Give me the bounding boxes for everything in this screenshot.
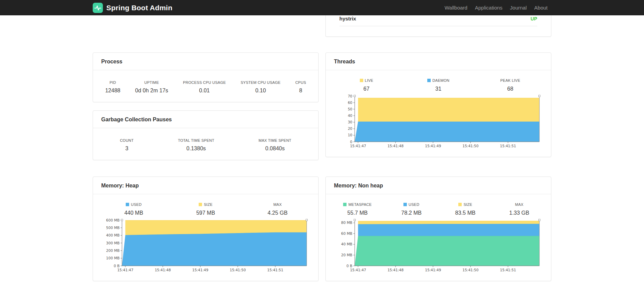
legend-item-max: MAX 4.25 GB [242, 202, 313, 216]
legend-value: 440 MB [98, 210, 170, 216]
bottom-row: Memory: Heap USED 440 MB SIZE 597 MB MAX… [93, 177, 551, 281]
svg-text:70: 70 [348, 94, 352, 98]
memory-non-heap-card: Memory: Non heap METASPACE 55.7 MB USED … [325, 177, 551, 281]
metric-label: PROCESS CPU USAGE [183, 80, 226, 85]
legend-label: MAX [273, 202, 282, 207]
process-metrics: PID 12488 UPTIME 0d 0h 2m 17s PROCESS CP… [93, 70, 318, 102]
nav-item-about[interactable]: About [531, 5, 551, 11]
svg-text:0 B: 0 B [346, 264, 352, 268]
legend-value: 83.5 MB [439, 210, 492, 216]
svg-text:15:41:51: 15:41:51 [500, 144, 516, 148]
right-column: hystrix UP Threads LIVE 67 DAEMON 31 [325, 15, 551, 160]
legend-value: 597 MB [170, 210, 242, 216]
nav-item-wallboard[interactable]: Wallboard [441, 5, 471, 11]
memory-non-heap-chart: 0 B20 MB40 MB60 MB80 MB15:41:4715:41:481… [326, 218, 551, 274]
metric-label: COUNT [120, 138, 134, 142]
nav-item-applications[interactable]: Applications [471, 5, 506, 11]
memory-heap-card-title: Memory: Heap [93, 177, 318, 194]
legend-label: LIVE [365, 78, 373, 82]
legend-label: MAX [515, 202, 524, 207]
svg-text:50: 50 [348, 107, 352, 111]
svg-text:15:41:49: 15:41:49 [192, 268, 208, 272]
svg-text:500 MB: 500 MB [106, 226, 120, 230]
process-card: Process PID 12488 UPTIME 0d 0h 2m 17s PR… [93, 52, 319, 102]
legend-label: METASPACE [348, 202, 371, 207]
svg-text:15:41:50: 15:41:50 [462, 144, 478, 148]
metric-gc-max-time: MAX TIME SPENT 0.0840s [259, 138, 291, 152]
top-row: Process PID 12488 UPTIME 0d 0h 2m 17s PR… [93, 15, 551, 160]
legend-item-size: SIZE 83.5 MB [439, 202, 492, 216]
brand-title: Spring Boot Admin [106, 4, 172, 12]
application-name[interactable]: hystrix [339, 16, 356, 21]
metric-value: 0.01 [183, 88, 226, 94]
legend-item-used: USED 78.2 MB [384, 202, 438, 216]
metric-label: PID [105, 80, 121, 85]
svg-text:400 MB: 400 MB [106, 233, 120, 237]
brand-logo-icon [93, 3, 103, 13]
legend-item-daemon: DAEMON 31 [402, 78, 474, 92]
svg-text:40 MB: 40 MB [341, 242, 352, 246]
legend-item-peak-live: PEAK LIVE 68 [474, 78, 546, 92]
svg-text:15:41:48: 15:41:48 [387, 268, 403, 272]
size-swatch-icon [199, 203, 202, 206]
svg-text:15:41:51: 15:41:51 [500, 268, 516, 272]
live-swatch-icon [360, 79, 363, 82]
metric-value: 8 [295, 88, 306, 94]
svg-text:20 MB: 20 MB [341, 253, 352, 257]
legend-value: 31 [402, 86, 474, 92]
legend-value: 4.25 GB [242, 210, 313, 216]
threads-card: Threads LIVE 67 DAEMON 31 PEAK LIVE 68 [325, 52, 551, 157]
metric-value: 0.10 [241, 88, 280, 94]
metaspace-swatch-icon [343, 203, 347, 206]
metric-label: SYSTEM CPU USAGE [241, 80, 280, 85]
navbar-inner: Spring Boot Admin Wallboard Applications… [93, 0, 551, 15]
svg-text:200 MB: 200 MB [106, 248, 120, 253]
process-card-title: Process [93, 53, 318, 70]
svg-text:15:41:48: 15:41:48 [155, 268, 171, 272]
legend-label: SIZE [204, 202, 212, 207]
main-content: Process PID 12488 UPTIME 0d 0h 2m 17s PR… [93, 15, 551, 281]
legend-value: 55.7 MB [331, 210, 384, 216]
used-swatch-icon [126, 203, 129, 206]
metric-gc-total-time: TOTAL TIME SPENT 0.1380s [178, 138, 214, 152]
svg-text:15:41:47: 15:41:47 [350, 144, 366, 148]
legend-item-used: USED 440 MB [98, 202, 170, 216]
legend-value: 78.2 MB [384, 210, 438, 216]
svg-text:40: 40 [348, 113, 352, 118]
legend-value: 67 [331, 86, 402, 92]
svg-text:15:41:47: 15:41:47 [350, 268, 366, 272]
legend-value: 68 [474, 86, 546, 92]
svg-text:60 MB: 60 MB [341, 231, 352, 235]
svg-text:15:41:50: 15:41:50 [462, 268, 478, 272]
metric-uptime: UPTIME 0d 0h 2m 17s [135, 80, 168, 94]
metric-label: TOTAL TIME SPENT [178, 138, 214, 142]
legend-label: SIZE [463, 202, 472, 207]
nav-item-journal[interactable]: Journal [506, 5, 531, 11]
memory-non-heap-legend: METASPACE 55.7 MB USED 78.2 MB SIZE 83.5… [326, 194, 551, 216]
memory-non-heap-card-title: Memory: Non heap [326, 177, 551, 194]
svg-text:0: 0 [350, 140, 352, 144]
left-column: Process PID 12488 UPTIME 0d 0h 2m 17s PR… [93, 52, 319, 160]
application-row[interactable]: hystrix UP [339, 16, 537, 26]
memory-heap-legend: USED 440 MB SIZE 597 MB MAX 4.25 GB [93, 194, 318, 216]
threads-chart: 01020304050607015:41:4715:41:4815:41:491… [326, 94, 551, 150]
legend-label: USED [409, 202, 419, 207]
svg-text:15:41:51: 15:41:51 [267, 268, 283, 272]
svg-text:20: 20 [348, 126, 352, 131]
metric-pid: PID 12488 [105, 80, 121, 94]
status-badge: UP [531, 16, 537, 21]
size-swatch-icon [458, 203, 462, 206]
legend-value: 1.33 GB [492, 210, 546, 216]
brand-link[interactable]: Spring Boot Admin [93, 3, 172, 13]
metric-label: MAX TIME SPENT [259, 138, 291, 142]
svg-text:0 B: 0 B [113, 264, 119, 268]
svg-text:15:41:49: 15:41:49 [425, 268, 441, 272]
svg-text:60: 60 [348, 101, 352, 105]
gc-card-title: Garbage Collection Pauses [93, 111, 318, 128]
memory-heap-card: Memory: Heap USED 440 MB SIZE 597 MB MAX… [93, 177, 319, 281]
threads-legend: LIVE 67 DAEMON 31 PEAK LIVE 68 [326, 70, 551, 92]
svg-text:600 MB: 600 MB [106, 218, 120, 222]
metric-value: 3 [120, 146, 134, 152]
metric-value: 0.1380s [178, 146, 214, 152]
legend-item-max: MAX 1.33 GB [492, 202, 546, 216]
